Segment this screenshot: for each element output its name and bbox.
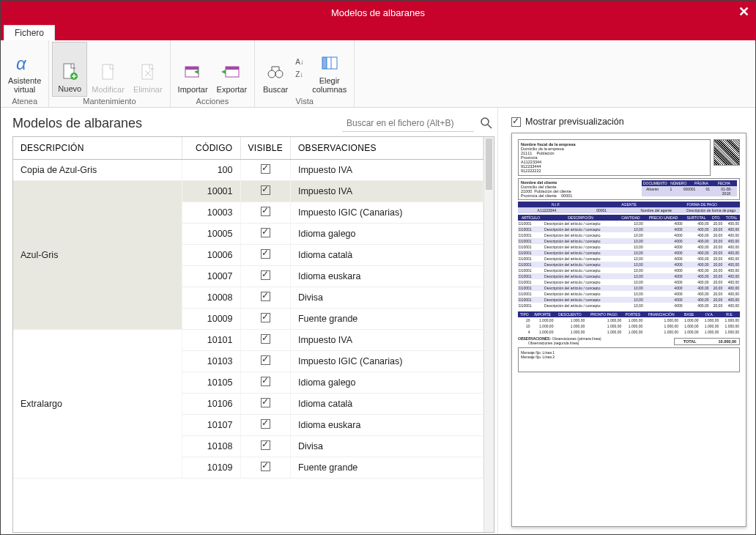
visible-cell[interactable] [240, 287, 290, 309]
edit-document-icon [98, 62, 119, 83]
exportar-button[interactable]: Exportar [212, 42, 252, 97]
visible-cell[interactable] [240, 202, 290, 224]
col-visible[interactable]: VISIBLE [240, 137, 290, 160]
sort-az-button[interactable]: A↓ [295, 58, 305, 68]
observaciones-cell: Idioma galego [290, 224, 483, 245]
table-row[interactable]: Azul-Gris10001Impuesto IVA [13, 181, 483, 202]
col-codigo[interactable]: CÓDIGO [182, 137, 240, 160]
visible-cell[interactable] [240, 372, 290, 394]
checkbox-icon [261, 292, 270, 301]
visible-cell[interactable] [240, 181, 290, 202]
exportar-label: Exportar [217, 85, 248, 94]
visible-cell[interactable] [240, 457, 290, 479]
code-cell: 10009 [182, 309, 240, 330]
visible-cell[interactable] [240, 160, 290, 181]
code-cell: 100 [182, 160, 240, 181]
checkbox-icon [261, 355, 270, 365]
group-description-cell: Copia de Azul-Gris [13, 160, 182, 181]
buscar-button[interactable]: Buscar [258, 42, 293, 97]
code-cell: 10008 [182, 287, 240, 309]
col-descripcion[interactable]: DESCRIPCIÓN [13, 137, 182, 160]
search-icon[interactable] [480, 117, 494, 131]
checkbox-icon [261, 164, 270, 174]
observaciones-cell: Fuente grande [290, 309, 483, 330]
asistente-virtual-button[interactable]: α Asistente virtual [4, 42, 45, 97]
table-row[interactable]: Copia de Azul-Gris100Impuesto IVA [13, 160, 483, 181]
import-icon [182, 62, 203, 83]
checkbox-icon [511, 117, 521, 127]
code-cell: 10103 [182, 351, 240, 372]
code-cell: 10005 [182, 224, 240, 245]
observaciones-cell: Fuente grande [290, 457, 483, 479]
observaciones-cell: Idioma euskara [290, 266, 483, 287]
search-input[interactable] [342, 115, 474, 132]
col-observaciones[interactable]: OBSERVACIONES [290, 137, 483, 160]
svg-point-9 [268, 70, 275, 78]
code-cell: 10001 [182, 181, 240, 202]
importar-label: Importar [178, 85, 208, 94]
scrollbar[interactable] [483, 137, 494, 532]
observaciones-cell: Divisa [290, 436, 483, 457]
observaciones-cell: Impuesto IVA [290, 181, 483, 202]
group-description-cell: Extralargo [13, 330, 182, 479]
export-icon [221, 62, 242, 83]
modificar-button[interactable]: Modificar [87, 42, 129, 97]
eliminar-button[interactable]: Eliminar [129, 42, 167, 97]
visible-cell[interactable] [240, 245, 290, 266]
visible-cell[interactable] [240, 415, 290, 436]
elegir-columnas-button[interactable]: Elegir columnas [308, 42, 351, 97]
svg-text:α: α [16, 54, 27, 73]
document-preview: Nombre fiscal de la empresa Domicilio de… [511, 133, 746, 527]
new-document-icon [59, 62, 80, 82]
visible-cell[interactable] [240, 436, 290, 457]
svg-rect-6 [185, 67, 199, 70]
code-cell: 10107 [182, 415, 240, 436]
checkbox-icon [261, 185, 270, 195]
qr-code-icon [714, 139, 740, 166]
visible-cell[interactable] [240, 309, 290, 330]
checkbox-icon [261, 462, 270, 471]
svg-rect-4 [142, 64, 152, 79]
visible-cell[interactable] [240, 224, 290, 245]
visible-cell[interactable] [240, 266, 290, 287]
ribbon-group-atenea-label: Atenea [4, 97, 45, 107]
close-icon[interactable]: ✕ [738, 4, 749, 20]
importar-button[interactable]: Importar [174, 42, 212, 97]
show-preview-label: Mostrar previsualización [525, 117, 624, 127]
sort-controls: A↓ Z↓ [293, 42, 308, 97]
checkbox-icon [261, 398, 270, 407]
visible-cell[interactable] [240, 330, 290, 351]
delete-document-icon [138, 62, 158, 83]
observaciones-cell: Divisa [290, 287, 483, 309]
svg-rect-12 [322, 57, 327, 69]
binoculars-icon [265, 62, 286, 83]
code-cell: 10109 [182, 457, 240, 479]
tabstrip: Fichero [1, 24, 755, 40]
svg-point-13 [481, 118, 489, 125]
scrollbar-thumb[interactable] [486, 139, 492, 190]
nuevo-button[interactable]: Nuevo [52, 42, 87, 97]
table-row[interactable]: Extralargo10101Impuesto IVA [13, 330, 483, 351]
observaciones-cell: Idioma euskara [290, 415, 483, 436]
elegir-label: Elegir columnas [312, 76, 346, 94]
checkbox-icon [261, 270, 270, 280]
sort-desc-icon: Z↓ [295, 70, 305, 81]
ribbon: α Asistente virtual Atenea Nuevo Modific… [1, 40, 755, 108]
preview-client-box: Nombre del cliente Domicilio del cliente… [518, 178, 740, 200]
visible-cell[interactable] [240, 351, 290, 372]
checkbox-icon [261, 377, 270, 386]
preview-totals-table: TIPOIMPORTEDESCUENTOPRONTO PAGOPORTESFIN… [518, 311, 740, 335]
observaciones-cell: Impuesto IGIC (Canarias) [290, 202, 483, 224]
svg-rect-8 [226, 67, 239, 70]
tab-fichero[interactable]: Fichero [4, 25, 55, 40]
visible-cell[interactable] [240, 394, 290, 415]
checkbox-icon [261, 228, 270, 237]
ribbon-group-acciones-label: Acciones [174, 97, 252, 107]
preview-lines-table: ARTÍCULODESCRIPCIÓNCANTIDADPRECIO UNIDAD… [518, 215, 740, 309]
show-preview-checkbox[interactable]: Mostrar previsualización [511, 117, 746, 127]
code-cell: 10105 [182, 372, 240, 394]
code-cell: 10101 [182, 330, 240, 351]
svg-point-10 [275, 70, 283, 78]
sort-za-button[interactable]: Z↓ [295, 70, 305, 81]
code-cell: 10006 [182, 245, 240, 266]
